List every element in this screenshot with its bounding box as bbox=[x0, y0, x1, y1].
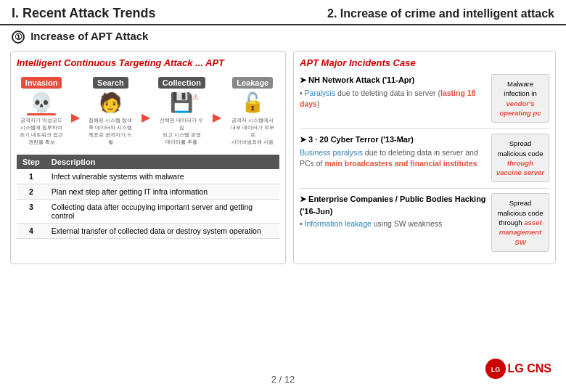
flow-step-search: Search 🧑 침해된 시스템 탐색후 데이터와 시스템목표로 공격자가 식별 bbox=[87, 77, 134, 146]
header-title-left: I. Recent Attack Trends bbox=[12, 6, 155, 21]
incident-3-text: ➤ Enterprise Companies / Public Bodies H… bbox=[300, 193, 487, 230]
flow-step-invasion: Invasion 💀 공격자가 악성코드시스템에 침투하여초기 네트워크 접근권… bbox=[20, 77, 63, 146]
flow-label-leakage: Leakage bbox=[232, 77, 273, 89]
left-panel-title: Intelligent Continuous Targeting Attack … bbox=[17, 57, 279, 68]
step-desc: Infect vulnerable systems with malware bbox=[46, 169, 279, 184]
collection-icon: 💾 bbox=[170, 91, 193, 113]
step-num: 4 bbox=[17, 224, 46, 239]
flow-step-leakage: Leakage 🔓 공격자 시스템에서내부 데이터가 외부로사이버범죄에 사용 bbox=[229, 77, 276, 146]
main-content: Intelligent Continuous Targeting Attack … bbox=[0, 51, 566, 264]
incident-3-title: ➤ Enterprise Companies / Public Bodies H… bbox=[300, 193, 487, 217]
leakage-icon: 🔓 bbox=[241, 91, 264, 113]
arrow-2: ▶ bbox=[142, 110, 150, 124]
invasion-desc: 공격자가 악성코드시스템에 침투하여초기 네트워크 접근권한을 확보 bbox=[20, 117, 63, 146]
page-number: 2 / 12 bbox=[271, 374, 295, 385]
collection-desc: 선택된 데이터가 수집되고 시스템 운영데이터를 추출 bbox=[158, 117, 205, 146]
table-row: 2Plan next step after getting IT infra i… bbox=[17, 184, 279, 200]
step-num: 2 bbox=[17, 184, 46, 200]
svg-text:LG: LG bbox=[491, 366, 500, 373]
step-desc: Collecting data after occupying importan… bbox=[46, 200, 279, 224]
step-desc: External transfer of collected data or d… bbox=[46, 224, 279, 239]
incident-1-text: ➤ NH Network Attack ('11-Apr) • Paralysi… bbox=[300, 74, 487, 110]
incident-3: ➤ Enterprise Companies / Public Bodies H… bbox=[300, 193, 549, 251]
step-desc: Plan next step after getting IT infra in… bbox=[46, 184, 279, 200]
subtitle-text: Increase of APT Attack bbox=[30, 30, 148, 42]
step-table: Step Description 1Infect vulnerable syst… bbox=[17, 155, 279, 239]
incident-2: ➤ 3 · 20 Cyber Terror ('13-Mar) Business… bbox=[300, 134, 549, 182]
logo: LG LG CNS bbox=[485, 359, 551, 379]
arrow-1: ▶ bbox=[71, 110, 80, 124]
col-step: Step bbox=[17, 155, 46, 169]
leakage-desc: 공격자 시스템에서내부 데이터가 외부로사이버범죄에 사용 bbox=[229, 117, 276, 146]
col-description: Description bbox=[46, 155, 279, 169]
table-header-row: Step Description bbox=[17, 155, 279, 169]
flow-label-search: Search bbox=[93, 77, 128, 89]
right-panel-title: APT Major Incidents Case bbox=[300, 57, 549, 68]
right-panel: APT Major Incidents Case ➤ NH Network At… bbox=[293, 51, 556, 264]
incident-2-bullet: Business paralysis due to deleting data … bbox=[300, 147, 487, 171]
circle-number: ① bbox=[12, 30, 25, 44]
subtitle: ① Increase of APT Attack bbox=[0, 25, 566, 48]
flow-label-invasion: Invasion bbox=[21, 77, 62, 89]
logo-circle: LG bbox=[485, 359, 506, 379]
left-panel: Intelligent Continuous Targeting Attack … bbox=[10, 51, 286, 264]
header-title-right: 2. Increase of crime and intelligent att… bbox=[327, 7, 554, 20]
incident-1: ➤ NH Network Attack ('11-Apr) • Paralysi… bbox=[300, 74, 549, 123]
logo-text: LG CNS bbox=[508, 362, 551, 375]
incident-3-bullet: • Information leakage using SW weakness bbox=[300, 219, 487, 230]
step-num: 3 bbox=[17, 200, 46, 224]
attack-flow-diagram: Invasion 💀 공격자가 악성코드시스템에 침투하여초기 네트워크 접근권… bbox=[17, 74, 279, 149]
incident-3-badge: Spreadmalicious codethrough assetmanagem… bbox=[491, 193, 549, 251]
table-row: 3Collecting data after occupying importa… bbox=[17, 200, 279, 224]
search-desc: 침해된 시스템 탐색후 데이터와 시스템목표로 공격자가 식별 bbox=[87, 117, 134, 146]
search-icon: 🧑 bbox=[99, 91, 122, 113]
lg-icon: LG bbox=[489, 362, 502, 375]
table-row: 4External transfer of collected data or … bbox=[17, 224, 279, 239]
flow-step-collection: Collection 💾 ⚠ 선택된 데이터가 수집되고 시스템 운영데이터를 … bbox=[158, 77, 205, 146]
header: I. Recent Attack Trends 2. Increase of c… bbox=[0, 0, 566, 25]
incident-2-text: ➤ 3 · 20 Cyber Terror ('13-Mar) Business… bbox=[300, 134, 487, 170]
incident-1-badge: Malwareinfection invendor'soperating pc bbox=[491, 74, 549, 123]
invasion-icon: 💀 bbox=[30, 91, 53, 113]
footer: 2 / 12 LG LG CNS bbox=[0, 374, 566, 385]
incident-2-badge: Spreadmalicious codethroughvaccine serve… bbox=[491, 134, 549, 182]
flow-label-collection: Collection bbox=[158, 77, 205, 89]
table-row: 1Infect vulnerable systems with malware bbox=[17, 169, 279, 184]
incident-1-bullet: • Paralysis due to deleting data in serv… bbox=[300, 88, 487, 111]
incident-1-title: ➤ NH Network Attack ('11-Apr) bbox=[300, 74, 487, 86]
incident-2-title: ➤ 3 · 20 Cyber Terror ('13-Mar) bbox=[300, 134, 487, 146]
arrow-3: ▶ bbox=[213, 110, 221, 124]
step-num: 1 bbox=[17, 169, 46, 184]
